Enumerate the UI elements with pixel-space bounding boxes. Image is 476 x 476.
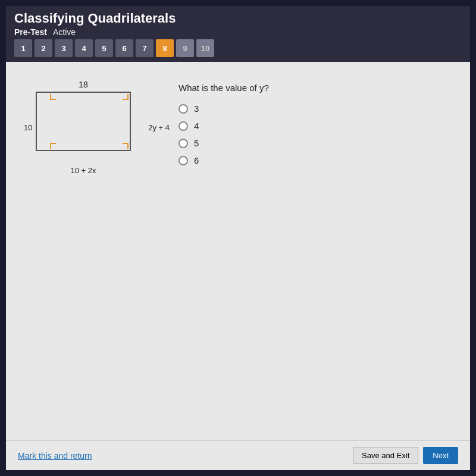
status-badge: Active [53, 27, 76, 37]
page-title: Classifying Quadrilaterals [14, 11, 462, 26]
option-label-5: 5 [194, 138, 199, 148]
diagram-left-label: 10 [24, 123, 32, 132]
next-button[interactable]: Next [423, 447, 458, 464]
mark-return-link[interactable]: Mark this and return [18, 451, 92, 461]
option-label-3: 3 [194, 104, 199, 114]
footer: Mark this and return Save and Exit Next [6, 440, 470, 470]
nav-btn-10[interactable]: 10 [196, 39, 214, 57]
nav-btn-7[interactable]: 7 [136, 39, 154, 57]
footer-right: Save and Exit Next [353, 447, 458, 464]
question-section: What is the value of y? 3 4 5 [178, 80, 452, 165]
nav-btn-2[interactable]: 2 [35, 39, 52, 57]
screen: Classifying Quadrilaterals Pre-Test Acti… [6, 6, 470, 470]
option-row-5[interactable]: 5 [178, 138, 452, 148]
corner-bl [50, 143, 56, 149]
nav-btn-1[interactable]: 1 [14, 39, 32, 57]
nav-bar: 12345678910 [6, 39, 470, 62]
rectangle [36, 92, 131, 151]
diagram-section: 18 10 2y + 4 10 + 2x [24, 80, 143, 163]
radio-5[interactable] [178, 139, 188, 148]
diagram-wrapper: 10 2y + 4 10 + 2x [24, 92, 143, 163]
header: Classifying Quadrilaterals Pre-Test Acti… [6, 6, 470, 39]
corner-br [123, 143, 129, 149]
question-text: What is the value of y? [178, 83, 452, 93]
option-label-6: 6 [194, 155, 199, 165]
question-area: 18 10 2y + 4 10 + 2x What is the value o… [24, 74, 452, 165]
answer-options: 3 4 5 6 [178, 104, 452, 165]
header-subtitle: Pre-Test Active [14, 27, 462, 37]
radio-3[interactable] [178, 104, 188, 114]
corner-tl [50, 94, 56, 100]
option-row-6[interactable]: 6 [178, 155, 452, 165]
nav-btn-5[interactable]: 5 [95, 39, 113, 57]
option-row-3[interactable]: 3 [178, 104, 452, 114]
diagram-right-label: 2y + 4 [148, 123, 170, 132]
content-area: 18 10 2y + 4 10 + 2x What is the value o… [6, 62, 470, 440]
save-exit-button[interactable]: Save and Exit [353, 447, 418, 464]
radio-4[interactable] [178, 121, 188, 131]
nav-btn-3[interactable]: 3 [55, 39, 73, 57]
corner-tr [123, 94, 129, 100]
option-label-4: 4 [194, 121, 199, 131]
nav-btn-9[interactable]: 9 [176, 39, 194, 57]
diagram-top-label: 18 [24, 80, 143, 89]
option-row-4[interactable]: 4 [178, 121, 452, 131]
nav-btn-8[interactable]: 8 [156, 39, 174, 57]
diagram-bottom-label: 10 + 2x [70, 166, 96, 175]
pre-test-label: Pre-Test [14, 27, 47, 37]
nav-btn-6[interactable]: 6 [115, 39, 133, 57]
radio-6[interactable] [178, 156, 188, 165]
nav-btn-4[interactable]: 4 [75, 39, 93, 57]
